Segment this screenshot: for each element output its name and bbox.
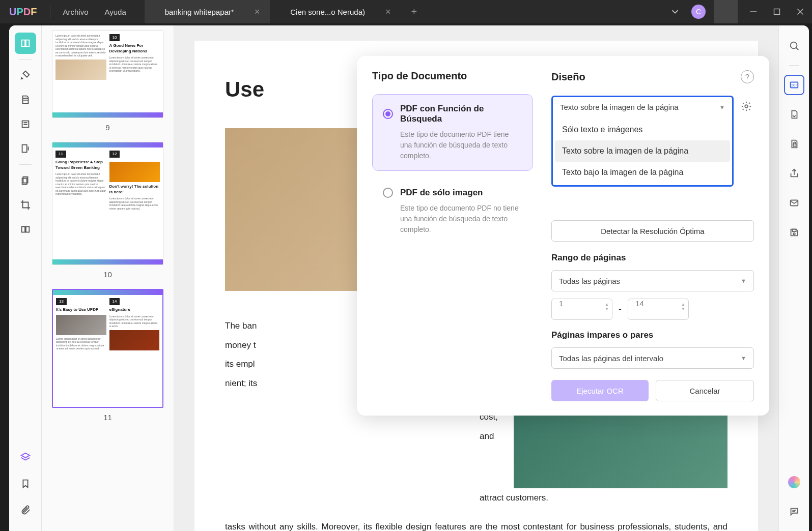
svg-rect-9 [21,227,24,232]
chevron-down-icon[interactable] [663,0,687,23]
compare-tool[interactable] [15,219,36,240]
tab-strip: banking whitepapar* × Cien sone...o Neru… [145,0,663,23]
page-number: 11 [52,413,163,422]
page-number: 10 [52,270,163,279]
help-icon[interactable]: ? [741,70,754,83]
protect-tool[interactable] [784,134,804,154]
doc-type-searchable[interactable]: PDF con Función de Búsqueda Este tipo de… [372,94,533,171]
separator [19,164,32,165]
layout-option-text-images[interactable]: Sólo texto e imágenes [555,119,730,140]
ocr-doc-type-section: Tipo de Documento PDF con Función de Bús… [357,56,545,401]
gear-icon[interactable] [739,99,754,114]
section-title: Tipo de Documento [372,70,533,82]
select-value: Todas las páginas [559,277,620,285]
section-title: Diseño [551,71,585,83]
avatar[interactable]: C [687,0,710,23]
crop-tool[interactable] [15,194,36,216]
svg-marker-11 [21,453,30,458]
right-toolbar: OCR [778,25,809,531]
reader-tool[interactable] [15,33,36,54]
chevron-down-icon: ▼ [719,104,725,110]
detect-resolution-button[interactable]: Detectar la Resolución Óptima [551,220,754,242]
save-tool[interactable] [784,222,804,243]
layout-option-text-under[interactable]: Texto bajo la imagen de la página [555,162,730,183]
spinner-icons[interactable]: ▲▼ [681,302,685,311]
cancel-button[interactable]: Cancelar [656,380,754,401]
minimize-button[interactable] [742,0,765,23]
edit-tool[interactable] [15,89,36,110]
select-value: Todas las páginas del intervalo [559,354,663,363]
ai-tool[interactable] [784,472,804,492]
svg-point-22 [745,105,748,108]
ocr-panel: Tipo de Documento PDF con Función de Bús… [357,56,769,416]
ocr-tool[interactable]: OCR [784,75,804,95]
highlight-tool[interactable] [15,65,36,86]
option-desc: Este tipo de documento PDF tiene una fun… [400,129,522,161]
run-ocr-button[interactable]: Ejecutar OCR [551,380,649,401]
page-range-select[interactable]: Todas las páginas ▼ [551,270,754,291]
spinner-icons[interactable]: ▲▼ [605,302,609,311]
odd-even-select[interactable]: Todas las páginas del intervalo ▼ [551,347,754,369]
range-dash: - [619,304,622,315]
search-icon[interactable] [784,36,804,56]
option-title: PDF con Función de Búsqueda [400,104,522,124]
titlebar: UPDF Archivo Ayuda banking whitepapar* ×… [0,0,812,23]
app-logo: UPDF [0,6,46,18]
close-icon[interactable]: × [385,7,391,17]
separator [789,65,799,66]
tab-title: Cien sone...o Neruda) [290,8,365,16]
bookmark-tool[interactable] [15,473,36,494]
ocr-settings-section: Diseño ? Texto sobre la imagen de la pág… [545,56,769,401]
comment-tool[interactable] [784,501,804,522]
thumbnail-page-11[interactable]: 13It's Easy to Use UPDFLorem ipsum dolor… [52,289,163,408]
svg-point-19 [793,233,795,235]
menu-archivo[interactable]: Archivo [54,8,96,16]
tab-title: banking whitepapar* [165,8,234,16]
layout-select[interactable]: Texto sobre la imagen de la página ▼ [551,96,734,117]
page-to-input[interactable]: 14▲▼ [628,299,689,320]
svg-rect-18 [792,229,796,232]
thumbnail-panel[interactable]: Lorem ipsum dolor sit amet consectetur a… [42,25,174,531]
main-area: Lorem ipsum dolor sit amet consectetur a… [9,25,809,531]
tab-banking[interactable]: banking whitepapar* × [145,0,270,23]
doc-type-image-only[interactable]: PDF de sólo imagen Este tipo de document… [372,178,533,245]
tab-add-button[interactable]: + [401,6,427,18]
maximize-button[interactable] [765,0,789,23]
svg-rect-1 [774,9,780,15]
page-from-input[interactable]: 1▲▼ [551,299,612,320]
svg-rect-16 [793,144,796,146]
page-number: 9 [52,123,163,132]
divider [714,0,738,23]
select-value: Texto sobre la imagen de la página [560,103,679,111]
thumbnail-page-9[interactable]: Lorem ipsum dolor sit amet consectetur a… [52,31,163,118]
radio-icon [383,109,393,119]
separator [19,59,32,60]
fill-sign-tool[interactable] [15,138,36,159]
pages-tool[interactable] [15,170,36,191]
thumbnail-page-10[interactable]: 11Going Paperless: A Step Toward Green B… [52,142,163,265]
svg-text:OCR: OCR [790,83,798,87]
email-tool[interactable] [784,193,804,213]
radio-icon [383,188,393,198]
option-title: PDF de sólo imagen [400,188,483,198]
chevron-down-icon: ▼ [741,355,746,361]
menu-ayuda[interactable]: Ayuda [97,8,134,16]
svg-rect-10 [25,227,29,232]
left-toolbar [9,25,42,531]
page-range-label: Rango de páginas [551,253,754,263]
window-controls: C [663,0,812,23]
doc-text: tasks without any skills. Moreover, its … [225,517,727,531]
close-button[interactable] [789,0,812,23]
tab-neruda[interactable]: Cien sone...o Neruda) × [270,0,401,23]
chevron-down-icon: ▼ [741,278,746,284]
divider [50,6,50,18]
layout-option-text-over[interactable]: Texto sobre la imagen de la página [555,140,730,162]
layout-dropdown: Sólo texto e imágenes Texto sobre la ima… [551,117,734,187]
convert-tool[interactable] [784,104,804,125]
layers-tool[interactable] [15,447,36,468]
close-icon[interactable]: × [255,7,260,17]
attachment-tool[interactable] [15,499,36,521]
form-tool[interactable] [15,113,36,135]
share-tool[interactable] [784,163,804,184]
odd-even-label: Páginas impares o pares [551,330,754,340]
